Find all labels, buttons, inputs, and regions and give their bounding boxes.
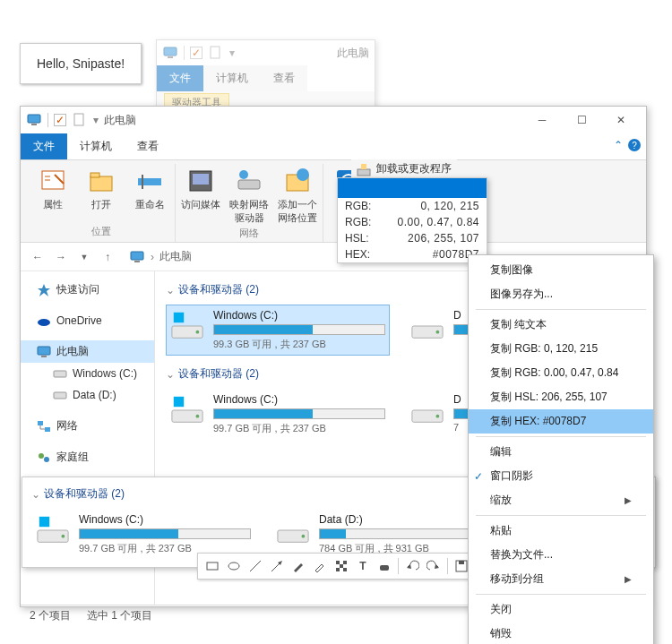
svg-rect-44: [174, 397, 184, 407]
ribbon-open[interactable]: 打开: [82, 167, 121, 211]
uninstall-icon: [357, 162, 371, 176]
ribbon-help[interactable]: ⌃?: [614, 139, 641, 151]
tool-undo[interactable]: [402, 556, 422, 576]
tool-line[interactable]: [246, 556, 265, 576]
snipaste-note[interactable]: Hello, Snipaste!: [20, 43, 142, 84]
svg-rect-32: [54, 392, 66, 399]
menu-copy-hsl[interactable]: 复制 HSL: 206, 255, 107: [469, 385, 653, 409]
svg-rect-64: [380, 565, 389, 571]
ribbon-map-drive[interactable]: 映射网络 驱动器: [229, 167, 269, 225]
drive-name: Windows (C:): [79, 513, 251, 526]
ribbon: 属性 打开 重命名 位置 访问媒体 映射网络 驱动器 添加一个 网络位置 网络 …: [21, 160, 646, 243]
menu-copy-rgbf[interactable]: 复制 RGB: 0.00, 0.47, 0.84: [469, 361, 653, 385]
menu-move-group[interactable]: 移动到分组▶: [469, 567, 653, 591]
svg-rect-61: [340, 564, 343, 568]
nav-back[interactable]: ←: [28, 251, 47, 263]
svg-rect-47: [358, 169, 370, 176]
window-controls: ─ ☐ ✕: [522, 107, 641, 133]
address-path[interactable]: › 此电脑: [121, 246, 200, 268]
maximize-button[interactable]: ☐: [562, 107, 601, 133]
minimize-button[interactable]: ─: [522, 107, 562, 133]
tab-file[interactable]: 文件: [157, 65, 203, 91]
menu-save-image-as[interactable]: 图像另存为...: [469, 282, 653, 306]
drive-free-text: 99.7 GB 可用 , 共 237 GB: [213, 422, 385, 435]
svg-rect-31: [54, 371, 66, 377]
document-icon: [208, 45, 224, 61]
close-button[interactable]: ✕: [601, 107, 641, 133]
color-rgbf-label: RGB:: [345, 216, 381, 228]
menu-copy-rgb[interactable]: 复制 RGB: 0, 120, 215: [469, 337, 653, 361]
drive-icon: [410, 309, 444, 343]
drive-item[interactable]: Windows (C:) 99.7 GB 可用 , 共 237 GB: [166, 389, 390, 440]
snipaste-toolbar[interactable]: T: [197, 553, 477, 580]
menu-edit[interactable]: 编辑: [469, 440, 653, 464]
svg-rect-18: [238, 180, 260, 189]
svg-point-55: [228, 562, 239, 570]
tool-marker[interactable]: [310, 556, 330, 576]
ribbon-properties[interactable]: 属性: [33, 167, 73, 211]
color-picker-panel[interactable]: RGB:0, 120, 215 RGB:0.00, 0.47, 0.84 HSL…: [337, 177, 487, 263]
ribbon-access-media[interactable]: 访问媒体: [181, 167, 220, 211]
sidebar-label: 快速访问: [56, 282, 99, 297]
drive-icon: [36, 513, 70, 547]
menu-copy-plaintext[interactable]: 复制 纯文本: [469, 313, 653, 337]
svg-point-50: [62, 535, 65, 538]
color-rgbf-value: 0.00, 0.47, 0.84: [381, 216, 479, 228]
tab-computer[interactable]: 计算机: [67, 133, 125, 159]
tool-text[interactable]: T: [353, 556, 373, 576]
sidebar-label: Data (D:): [73, 389, 116, 401]
tool-pencil[interactable]: [289, 556, 308, 576]
tool-eraser[interactable]: [375, 556, 394, 576]
svg-rect-34: [45, 427, 50, 432]
svg-point-38: [196, 331, 200, 334]
svg-point-21: [297, 168, 309, 181]
menu-window-shadow[interactable]: ✓窗口阴影: [469, 464, 653, 488]
tool-ellipse[interactable]: [224, 556, 244, 576]
drive-icon: [170, 309, 204, 343]
tool-rectangle[interactable]: [202, 556, 222, 576]
nav-forward[interactable]: →: [51, 251, 71, 263]
sidebar-drive-c[interactable]: Windows (C:): [21, 363, 154, 384]
sidebar-homegroup[interactable]: 家庭组: [21, 446, 154, 468]
color-rgb-value: 0, 120, 215: [381, 200, 479, 212]
sidebar-quick-access[interactable]: 快速访问: [21, 279, 154, 301]
menu-copy-image[interactable]: 复制图像: [469, 258, 653, 282]
tool-mosaic[interactable]: [332, 556, 351, 576]
sidebar-drive-d[interactable]: Data (D:): [21, 384, 154, 406]
color-hsl-label: HSL:: [345, 232, 381, 245]
drive-item[interactable]: Windows (C:) 99.3 GB 可用 , 共 237 GB: [166, 305, 390, 356]
menu-destroy[interactable]: 销毁: [469, 622, 653, 644]
color-hex-label: HEX:: [345, 248, 381, 261]
nav-up[interactable]: ↑: [98, 251, 117, 263]
svg-rect-13: [90, 173, 99, 177]
drive-icon: [410, 393, 444, 427]
path-segment: 此电脑: [159, 249, 192, 264]
tab-computer[interactable]: 计算机: [203, 65, 261, 91]
nav-history-dropdown[interactable]: ▼: [74, 253, 94, 262]
menu-close[interactable]: 关闭: [469, 597, 653, 622]
menu-copy-hex[interactable]: 复制 HEX: #0078D7: [469, 409, 653, 434]
ribbon-add-location[interactable]: 添加一个 网络位置: [278, 167, 317, 225]
sidebar-network[interactable]: 网络: [21, 415, 154, 437]
tool-redo[interactable]: [424, 556, 444, 576]
sidebar-onedrive[interactable]: OneDrive: [21, 310, 154, 331]
group-label-network: 网络: [239, 225, 259, 244]
tab-file[interactable]: 文件: [21, 133, 67, 159]
drive-name: Data (D:): [319, 513, 491, 526]
menu-zoom[interactable]: 缩放▶: [469, 488, 653, 512]
help-icon: ?: [628, 139, 641, 151]
status-count: 2 个项目: [30, 608, 71, 623]
menu-paste[interactable]: 粘贴: [469, 519, 653, 543]
tab-view[interactable]: 查看: [125, 133, 171, 159]
ribbon-uninstall[interactable]: 卸载或更改程序: [351, 159, 457, 178]
titlebar[interactable]: ✓ ▾ 此电脑 ─ ☐ ✕: [21, 107, 646, 133]
chevron-up-icon: ⌃: [614, 139, 623, 151]
section-title: 设备和驱动器 (2): [178, 366, 259, 382]
menu-replace-file[interactable]: 替换为文件...: [469, 543, 653, 567]
svg-rect-54: [207, 562, 218, 570]
drive-free-text: 99.3 GB 可用 , 共 237 GB: [213, 338, 385, 351]
tab-view[interactable]: 查看: [261, 65, 307, 91]
tool-arrow[interactable]: [267, 556, 287, 576]
sidebar-this-pc[interactable]: 此电脑: [21, 340, 154, 363]
ribbon-rename[interactable]: 重命名: [130, 167, 169, 211]
